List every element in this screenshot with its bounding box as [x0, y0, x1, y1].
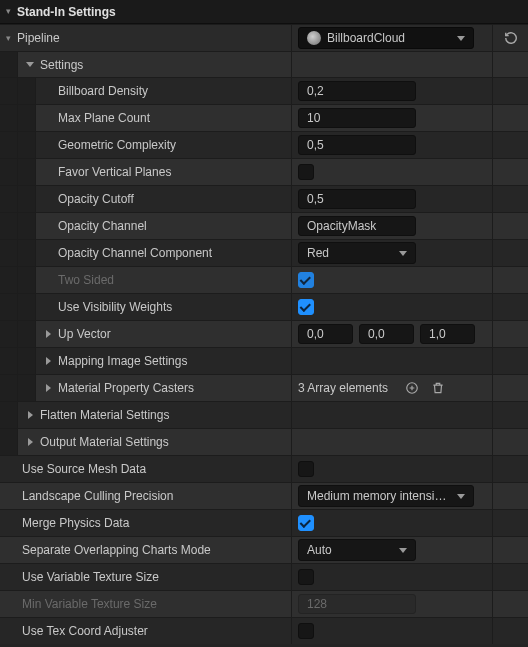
combo-opacity-comp[interactable]: Red — [298, 242, 416, 264]
label-use-tex-coord: Use Tex Coord Adjuster — [22, 624, 148, 638]
label-mapping-image: Mapping Image Settings — [58, 354, 187, 368]
row-output-mat: Output Material Settings — [0, 428, 528, 455]
label-two-sided: Two Sided — [58, 273, 114, 287]
chevron-down-icon — [457, 36, 465, 41]
input-upvector-y[interactable] — [359, 324, 414, 344]
label-use-source-mesh: Use Source Mesh Data — [22, 462, 146, 476]
label-sep-overlap: Separate Overlapping Charts Mode — [22, 543, 211, 557]
label-vis-weights: Use Visibility Weights — [58, 300, 172, 314]
combo-landscape-culling[interactable]: Medium memory intensity an — [298, 485, 474, 507]
label-flatten-mat: Flatten Material Settings — [40, 408, 169, 422]
expander-settings[interactable] — [24, 62, 36, 67]
panel-title: Stand-In Settings — [17, 5, 116, 19]
row-use-var-tex: Use Variable Texture Size — [0, 563, 528, 590]
row-min-var-tex: Min Variable Texture Size — [0, 590, 528, 617]
input-opacity-channel[interactable] — [298, 216, 416, 236]
label-opacity-comp: Opacity Channel Component — [58, 246, 212, 260]
input-upvector-x[interactable] — [298, 324, 353, 344]
chevron-down-icon — [399, 548, 407, 553]
row-landscape-culling: Landscape Culling Precision Medium memor… — [0, 482, 528, 509]
row-use-source-mesh: Use Source Mesh Data — [0, 455, 528, 482]
check-use-source-mesh[interactable] — [298, 461, 314, 477]
label-max-plane: Max Plane Count — [58, 111, 150, 125]
input-max-plane[interactable] — [298, 108, 416, 128]
check-favor-vertical[interactable] — [298, 164, 314, 180]
check-use-var-tex[interactable] — [298, 569, 314, 585]
label-output-mat: Output Material Settings — [40, 435, 169, 449]
row-up-vector: Up Vector — [0, 320, 528, 347]
label-min-var-tex: Min Variable Texture Size — [22, 597, 157, 611]
row-mat-casters: Material Property Casters 3 Array elemen… — [0, 374, 528, 401]
input-opacity-cutoff[interactable] — [298, 189, 416, 209]
row-opacity-cutoff: Opacity Cutoff — [0, 185, 528, 212]
input-billboard-density[interactable] — [298, 81, 416, 101]
check-merge-physics[interactable] — [298, 515, 314, 531]
row-opacity-comp: Opacity Channel Component Red — [0, 239, 528, 266]
expander-flatten-mat[interactable] — [24, 411, 36, 419]
collapse-icon[interactable]: ▾ — [6, 34, 11, 43]
row-billboard-density: Billboard Density — [0, 77, 528, 104]
asset-icon — [307, 31, 321, 45]
row-two-sided: Two Sided — [0, 266, 528, 293]
row-max-plane-count: Max Plane Count — [0, 104, 528, 131]
row-settings-header: Settings — [0, 51, 528, 77]
row-sep-overlap: Separate Overlapping Charts Mode Auto — [0, 536, 528, 563]
label-up-vector: Up Vector — [58, 327, 111, 341]
input-geom[interactable] — [298, 135, 416, 155]
row-use-tex-coord: Use Tex Coord Adjuster — [0, 617, 528, 644]
chevron-down-icon — [399, 251, 407, 256]
label-landscape-culling: Landscape Culling Precision — [22, 489, 173, 503]
expander-up-vector[interactable] — [42, 330, 54, 338]
input-upvector-z[interactable] — [420, 324, 475, 344]
expander-output-mat[interactable] — [24, 438, 36, 446]
delete-icon[interactable] — [430, 380, 446, 396]
summary-mat-casters: 3 Array elements — [298, 381, 388, 395]
label-opacity-cutoff: Opacity Cutoff — [58, 192, 134, 206]
label-merge-physics: Merge Physics Data — [22, 516, 129, 530]
row-flatten-mat: Flatten Material Settings — [0, 401, 528, 428]
label-billboard-density: Billboard Density — [58, 84, 148, 98]
expander-mapping-image[interactable] — [42, 357, 54, 365]
pipeline-combo[interactable]: BillboardCloud — [298, 27, 474, 49]
panel-header: ▾ Stand-In Settings — [0, 0, 528, 24]
add-element-icon[interactable] — [404, 380, 420, 396]
reset-icon[interactable] — [503, 30, 519, 46]
row-pipeline: ▾ Pipeline BillboardCloud — [0, 24, 528, 51]
row-geom-complexity: Geometric Complexity — [0, 131, 528, 158]
chevron-down-icon — [457, 494, 465, 499]
row-mapping-image: Mapping Image Settings — [0, 347, 528, 374]
label-pipeline: Pipeline — [17, 31, 60, 45]
label-settings: Settings — [40, 58, 83, 72]
label-opacity-channel: Opacity Channel — [58, 219, 147, 233]
row-favor-vertical: Favor Vertical Planes — [0, 158, 528, 185]
combo-sep-overlap[interactable]: Auto — [298, 539, 416, 561]
label-mat-casters: Material Property Casters — [58, 381, 194, 395]
check-use-tex-coord[interactable] — [298, 623, 314, 639]
row-opacity-channel: Opacity Channel — [0, 212, 528, 239]
check-vis-weights[interactable] — [298, 299, 314, 315]
row-merge-physics: Merge Physics Data — [0, 509, 528, 536]
check-two-sided — [298, 272, 314, 288]
input-min-var-tex — [298, 594, 416, 614]
expander-mat-casters[interactable] — [42, 384, 54, 392]
label-use-var-tex: Use Variable Texture Size — [22, 570, 159, 584]
collapse-icon[interactable]: ▾ — [6, 7, 11, 16]
label-geom: Geometric Complexity — [58, 138, 176, 152]
row-vis-weights: Use Visibility Weights — [0, 293, 528, 320]
label-favor-vertical: Favor Vertical Planes — [58, 165, 171, 179]
